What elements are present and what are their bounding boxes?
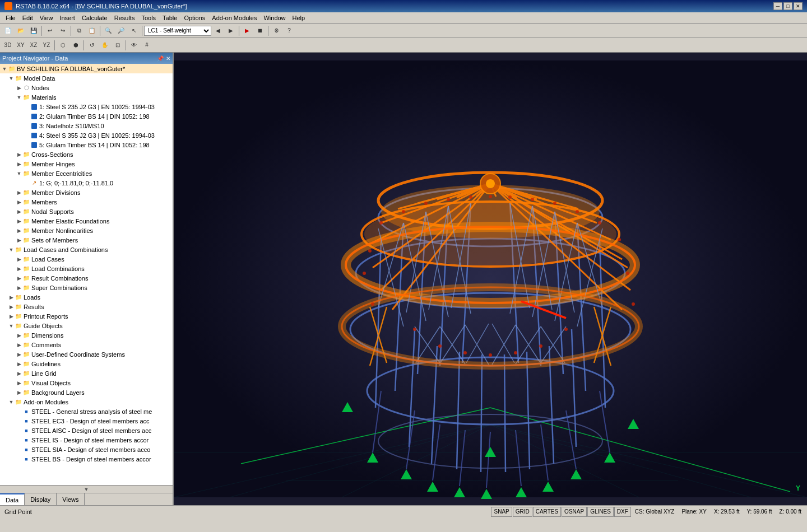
tree-comments[interactable]: ▶ 📁 Comments bbox=[0, 340, 173, 349]
nodal-supports-expander[interactable]: ▶ bbox=[16, 208, 22, 215]
menu-edit[interactable]: Edit bbox=[19, 13, 36, 22]
maximize-button[interactable]: □ bbox=[783, 2, 792, 10]
load-cases-comb-expander[interactable]: ▼ bbox=[8, 246, 15, 253]
settings-button[interactable]: ⚙ bbox=[270, 25, 282, 37]
tab-display[interactable]: Display bbox=[25, 493, 57, 506]
load-cases-expander[interactable]: ▶ bbox=[16, 256, 22, 263]
loads-expander[interactable]: ▶ bbox=[8, 294, 15, 301]
tree-loads[interactable]: ▶ 📁 Loads bbox=[0, 292, 173, 302]
menu-help[interactable]: Help bbox=[289, 13, 309, 22]
addon-modules-expander[interactable]: ▼ bbox=[8, 399, 15, 405]
display-settings-button[interactable]: 👁 bbox=[128, 39, 140, 52]
tree-result-combinations[interactable]: ▶ 📁 Result Combinations bbox=[0, 273, 173, 283]
tab-views[interactable]: Views bbox=[57, 493, 85, 506]
tree-mat5[interactable]: 5: Glulam Timber BS 14 | DIN 1052: 198 bbox=[0, 140, 173, 150]
root-expander[interactable]: ▼ bbox=[1, 66, 8, 72]
run-button[interactable]: ▶ bbox=[241, 25, 253, 37]
member-elastic-expander[interactable]: ▶ bbox=[16, 218, 22, 225]
tree-materials[interactable]: ▼ 📁 Materials bbox=[0, 92, 173, 102]
tree-root[interactable]: ▼ 📁 BV SCHILLING FA DLUBAL_vonGuter* bbox=[0, 64, 173, 73]
tree-steel-bs[interactable]: ■ STEEL BS - Design of steel members acc… bbox=[0, 454, 173, 464]
rotate-button[interactable]: ↺ bbox=[86, 39, 98, 52]
pan-button[interactable]: ✋ bbox=[99, 39, 111, 52]
load-combinations-expander[interactable]: ▶ bbox=[16, 265, 22, 272]
tree-addon-modules[interactable]: ▼ 📁 Add-on Modules bbox=[0, 397, 173, 407]
result-combinations-expander[interactable]: ▶ bbox=[16, 275, 22, 282]
tree-load-cases[interactable]: ▶ 📁 Load Cases bbox=[0, 254, 173, 264]
tree-member-eccentricities[interactable]: ▼ 📁 Member Eccentricities bbox=[0, 169, 173, 178]
glines-button[interactable]: GLINES bbox=[587, 507, 614, 517]
redo-button[interactable]: ↪ bbox=[57, 25, 69, 37]
materials-expander[interactable]: ▼ bbox=[16, 94, 22, 101]
tree-model-data[interactable]: ▼ 📁 Model Data bbox=[0, 73, 173, 83]
tree-guidelines[interactable]: ▶ 📁 Guidelines bbox=[0, 359, 173, 368]
tree-ecc1[interactable]: ↗ 1: G; 0;-11.81,0; 0;-11.81,0 bbox=[0, 178, 173, 188]
tree-member-hinges[interactable]: ▶ 📁 Member Hinges bbox=[0, 159, 173, 169]
members-expander[interactable]: ▶ bbox=[16, 199, 22, 206]
menu-file[interactable]: File bbox=[2, 13, 19, 22]
tree-nodes[interactable]: ▶ ⬡ Nodes bbox=[0, 83, 173, 92]
menu-table[interactable]: Table bbox=[159, 13, 180, 22]
tree-steel-aisc[interactable]: ■ STEEL AISC - Design of steel members a… bbox=[0, 426, 173, 435]
open-button[interactable]: 📂 bbox=[15, 25, 27, 37]
nodes-expander[interactable]: ▶ bbox=[16, 85, 22, 91]
menu-results[interactable]: Results bbox=[111, 13, 138, 22]
save-button[interactable]: 💾 bbox=[27, 25, 40, 37]
tab-data[interactable]: Data bbox=[0, 493, 25, 506]
line-grid-expander[interactable]: ▶ bbox=[16, 370, 22, 377]
tree-super-combinations[interactable]: ▶ 📁 Super Combinations bbox=[0, 283, 173, 292]
menu-window[interactable]: Window bbox=[260, 13, 289, 22]
cartes-button[interactable]: CARTES bbox=[533, 507, 561, 517]
zoom-out-button[interactable]: 🔎 bbox=[115, 25, 127, 37]
tree-line-grid[interactable]: ▶ 📁 Line Grid bbox=[0, 368, 173, 378]
tree-member-nonlinearities[interactable]: ▶ 📁 Member Nonlinearities bbox=[0, 226, 173, 235]
nav-pin-button[interactable]: 📌 bbox=[157, 55, 164, 62]
help-icon-btn[interactable]: ? bbox=[283, 25, 295, 37]
close-button[interactable]: ✕ bbox=[794, 2, 803, 10]
super-combinations-expander[interactable]: ▶ bbox=[16, 284, 22, 291]
tree-steel-general[interactable]: ■ STEEL - General stress analysis of ste… bbox=[0, 407, 173, 416]
tree-load-combinations[interactable]: ▶ 📁 Load Combinations bbox=[0, 264, 173, 273]
next-load-button[interactable]: ▶ bbox=[225, 25, 237, 37]
tree-members[interactable]: ▶ 📁 Members bbox=[0, 197, 173, 207]
member-nonlinearities-expander[interactable]: ▶ bbox=[16, 227, 22, 234]
tree-member-elastic-foundations[interactable]: ▶ 📁 Member Elastic Foundations bbox=[0, 216, 173, 226]
tree-sets-of-members[interactable]: ▶ 📁 Sets of Members bbox=[0, 235, 173, 245]
model-data-expander[interactable]: ▼ bbox=[8, 75, 15, 82]
menu-view[interactable]: View bbox=[36, 13, 57, 22]
guide-objects-expander[interactable]: ▼ bbox=[8, 323, 15, 329]
tree-results[interactable]: ▶ 📁 Results bbox=[0, 302, 173, 311]
sets-of-members-expander[interactable]: ▶ bbox=[16, 237, 22, 244]
menu-insert[interactable]: Insert bbox=[56, 13, 78, 22]
minimize-button[interactable]: ─ bbox=[773, 2, 782, 10]
user-coord-expander[interactable]: ▶ bbox=[16, 351, 22, 358]
paste-button[interactable]: 📋 bbox=[86, 25, 98, 37]
tree-mat4[interactable]: 4: Steel S 355 J2 G3 | EN 10025: 1994-03 bbox=[0, 130, 173, 140]
grid-button[interactable]: # bbox=[141, 39, 153, 52]
results-expander[interactable]: ▶ bbox=[8, 304, 15, 310]
snap-button[interactable]: SNAP bbox=[491, 507, 512, 517]
copy-button[interactable]: ⧉ bbox=[73, 25, 85, 37]
printout-expander[interactable]: ▶ bbox=[8, 313, 15, 320]
tree-steel-ec3[interactable]: ■ STEEL EC3 - Design of steel members ac… bbox=[0, 416, 173, 426]
visual-objects-expander[interactable]: ▶ bbox=[16, 380, 22, 386]
tree-mat1[interactable]: 1: Steel S 235 J2 G3 | EN 10025: 1994-03 bbox=[0, 102, 173, 111]
undo-button[interactable]: ↩ bbox=[44, 25, 56, 37]
menu-options[interactable]: Options bbox=[180, 13, 208, 22]
tree-user-coord[interactable]: ▶ 📁 User-Defined Coordinate Systems bbox=[0, 349, 173, 359]
window-controls[interactable]: ─ □ ✕ bbox=[773, 2, 803, 10]
new-button[interactable]: 📄 bbox=[2, 25, 14, 37]
tree-printout-reports[interactable]: ▶ 📁 Printout Reports bbox=[0, 311, 173, 321]
menu-tools[interactable]: Tools bbox=[138, 13, 159, 22]
tree-visual-objects[interactable]: ▶ 📁 Visual Objects bbox=[0, 378, 173, 388]
prev-load-button[interactable]: ◀ bbox=[212, 25, 224, 37]
tree-nodal-supports[interactable]: ▶ 📁 Nodal Supports bbox=[0, 207, 173, 216]
tree-member-divisions[interactable]: ▶ 📁 Member Divisions bbox=[0, 188, 173, 197]
dimensions-expander[interactable]: ▶ bbox=[16, 332, 22, 339]
tree-steel-sia[interactable]: ■ STEEL SIA - Design of steel members ac… bbox=[0, 445, 173, 454]
tree-mat2[interactable]: 2: Glulam Timber BS 14 | DIN 1052: 198 bbox=[0, 111, 173, 121]
stop-button[interactable]: ⏹ bbox=[254, 25, 266, 37]
osnap-button[interactable]: OSNAP bbox=[562, 507, 587, 517]
render-solid-button[interactable]: ⬢ bbox=[69, 39, 82, 52]
render-wire-button[interactable]: ⬡ bbox=[57, 39, 69, 52]
